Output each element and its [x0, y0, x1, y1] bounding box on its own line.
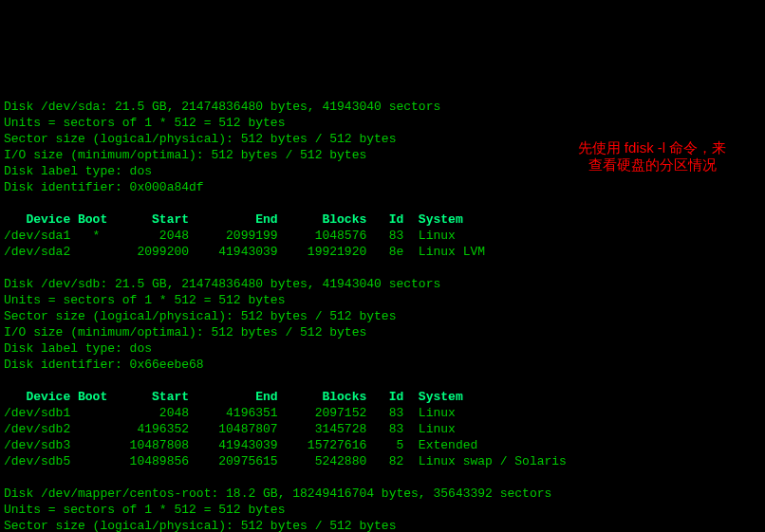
sda-label: Disk label type: dos	[4, 164, 152, 178]
sda-units: Units = sectors of 1 * 512 = 512 bytes	[4, 116, 285, 130]
sdb-label: Disk label type: dos	[4, 341, 152, 356]
sdb-disk-line: Disk /dev/sdb: 21.5 GB, 21474836480 byte…	[4, 277, 440, 291]
sdb-sector: Sector size (logical/physical): 512 byte…	[4, 309, 396, 323]
sdb-ident: Disk identifier: 0x66eebe68	[4, 358, 204, 372]
sda-io: I/O size (minimum/optimal): 512 bytes / …	[4, 148, 366, 162]
root-units: Units = sectors of 1 * 512 = 512 bytes	[4, 503, 285, 517]
sda-disk-line: Disk /dev/sda: 21.5 GB, 21474836480 byte…	[4, 100, 440, 114]
root-disk-line: Disk /dev/mapper/centos-root: 18.2 GB, 1…	[4, 486, 551, 501]
sdb-io: I/O size (minimum/optimal): 512 bytes / …	[4, 325, 366, 339]
table-row: /dev/sdb2 4196352 10487807 3145728 83 Li…	[4, 422, 456, 436]
table-row: /dev/sda1 * 2048 2099199 1048576 83 Linu…	[4, 229, 456, 243]
table-row: /dev/sdb1 2048 4196351 2097152 83 Linux	[4, 406, 456, 420]
sda-table-header: Device Boot Start End Blocks Id System	[4, 212, 463, 227]
sda-ident: Disk identifier: 0x000a84df	[4, 180, 204, 194]
sda-sector: Sector size (logical/physical): 512 byte…	[4, 132, 396, 146]
annotation-text: 先使用 fdisk -l 命令，来查看硬盘的分区情况	[543, 139, 761, 174]
table-row: /dev/sdb5 10489856 20975615 5242880 82 L…	[4, 454, 567, 468]
table-row: /dev/sdb3 10487808 41943039 15727616 5 E…	[4, 438, 477, 452]
table-row: /dev/sda2 2099200 41943039 19921920 8e L…	[4, 245, 485, 259]
sdb-units: Units = sectors of 1 * 512 = 512 bytes	[4, 293, 285, 307]
root-sector: Sector size (logical/physical): 512 byte…	[4, 519, 396, 532]
sdb-table-header: Device Boot Start End Blocks Id System	[4, 390, 463, 404]
